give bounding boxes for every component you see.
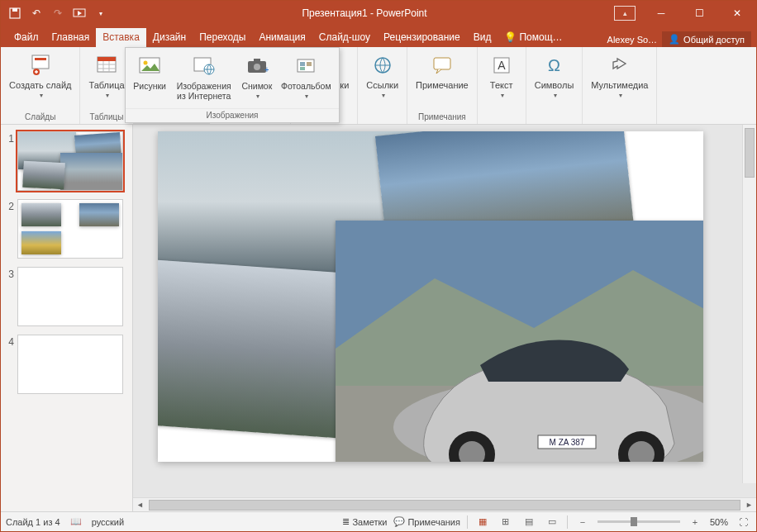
slide-thumbnail-2[interactable] xyxy=(17,199,123,259)
slide-thumbnails: 1 2 3 4 xyxy=(1,125,133,511)
zoom-level[interactable]: 50% xyxy=(710,517,728,527)
comment-button[interactable]: Примечание xyxy=(411,50,474,92)
slide-thumbnail-4[interactable] xyxy=(17,335,123,394)
svg-text:M ZA 387: M ZA 387 xyxy=(550,438,585,447)
slide-thumbnail-3[interactable] xyxy=(17,267,123,326)
pictures-button[interactable]: Рисунки xyxy=(133,53,166,91)
comments-icon: 💬 xyxy=(393,516,405,527)
media-icon xyxy=(607,52,633,78)
slideshow-view-icon[interactable]: ▭ xyxy=(544,515,560,529)
thumb-row[interactable]: 2 xyxy=(6,199,127,259)
spellcheck-icon[interactable]: 📖 xyxy=(70,516,82,527)
separator xyxy=(567,515,568,529)
redo-icon[interactable]: ↷ xyxy=(50,6,65,21)
tabs-right: Alexey So… 👤Общий доступ xyxy=(607,31,756,47)
comments-button[interactable]: 💬Примечания xyxy=(393,516,460,527)
window-title: Презентация1 - PowerPoint xyxy=(115,7,614,19)
thumb-number: 1 xyxy=(6,131,14,191)
svg-rect-8 xyxy=(98,57,116,61)
close-button[interactable]: ✕ xyxy=(718,1,756,26)
svg-point-35 xyxy=(254,64,260,70)
slide-canvas[interactable]: M ZA 387 xyxy=(133,125,756,497)
ribbon-display-icon[interactable]: ▴ xyxy=(614,6,636,21)
tab-home[interactable]: Главная xyxy=(45,28,97,47)
thumb-row[interactable]: 4 xyxy=(6,335,127,394)
minimize-button[interactable]: ─ xyxy=(642,1,680,26)
fit-to-window-icon[interactable]: ⛶ xyxy=(735,515,751,529)
sorter-view-icon[interactable]: ⊞ xyxy=(498,515,514,529)
vertical-scrollbar[interactable] xyxy=(742,125,756,483)
svg-rect-4 xyxy=(32,55,49,69)
links-button[interactable]: Ссылки xyxy=(361,50,403,101)
pictures-icon xyxy=(136,53,163,79)
group-slides: Создать слайд Слайды xyxy=(1,47,80,124)
undo-icon[interactable]: ↶ xyxy=(29,6,44,21)
share-button[interactable]: 👤Общий доступ xyxy=(662,31,751,47)
screenshot-icon: + xyxy=(244,53,270,79)
svg-text:A: A xyxy=(498,59,506,72)
normal-view-icon[interactable]: ▦ xyxy=(474,515,491,529)
save-icon[interactable] xyxy=(7,6,22,21)
svg-rect-40 xyxy=(307,62,312,66)
tab-tell-me[interactable]: 💡Помощ… xyxy=(498,28,569,47)
bulb-icon: 💡 xyxy=(504,31,517,43)
horizontal-scrollbar[interactable]: ◄ ► xyxy=(133,497,756,511)
zoom-slider[interactable] xyxy=(598,520,680,523)
scroll-left-icon[interactable]: ◄ xyxy=(133,498,147,512)
zoom-out-icon[interactable]: − xyxy=(574,515,591,529)
ribbon-tabs: Файл Главная Вставка Дизайн Переходы Ани… xyxy=(1,26,756,47)
dropdown-group-label: Изображения xyxy=(126,108,339,122)
current-slide[interactable]: M ZA 387 xyxy=(158,131,703,462)
app-window: ↶ ↷ ▾ Презентация1 - PowerPoint ▴ ─ ☐ ✕ … xyxy=(0,0,757,532)
tab-insert[interactable]: Вставка xyxy=(96,28,146,47)
thumb-row[interactable]: 3 xyxy=(6,267,127,326)
user-name[interactable]: Alexey So… xyxy=(607,35,658,45)
svg-rect-5 xyxy=(35,58,46,60)
svg-rect-41 xyxy=(300,67,305,70)
scrollbar-thumb[interactable] xyxy=(149,500,740,511)
group-label-slides: Слайды xyxy=(25,111,55,124)
thumb-number: 3 xyxy=(6,267,14,326)
scrollbar-track[interactable] xyxy=(147,498,742,512)
group-text: AТекст xyxy=(478,47,526,124)
zoom-in-icon[interactable]: + xyxy=(687,515,703,529)
thumb-number: 2 xyxy=(6,199,14,259)
notes-button[interactable]: ≣Заметки xyxy=(342,516,387,527)
slide-thumbnail-1[interactable] xyxy=(17,131,123,191)
start-from-beginning-icon[interactable] xyxy=(72,6,87,21)
ribbon: Создать слайд Слайды Таблица Таблицы Изо… xyxy=(1,47,756,125)
online-pictures-icon xyxy=(191,53,217,79)
table-button[interactable]: Таблица xyxy=(83,50,129,101)
tab-file[interactable]: Файл xyxy=(7,28,45,47)
slide-counter[interactable]: Слайд 1 из 4 xyxy=(6,517,60,527)
title-bar: ↶ ↷ ▾ Презентация1 - PowerPoint ▴ ─ ☐ ✕ xyxy=(1,1,756,26)
tab-design[interactable]: Дизайн xyxy=(146,28,193,47)
text-button[interactable]: AТекст xyxy=(481,50,522,101)
photo-album-button[interactable]: Фотоальбом xyxy=(281,53,331,100)
reading-view-icon[interactable]: ▤ xyxy=(521,515,537,529)
scroll-right-icon[interactable]: ► xyxy=(742,498,756,512)
image-car[interactable]: M ZA 387 xyxy=(336,221,703,462)
window-controls: ─ ☐ ✕ xyxy=(642,1,756,26)
tab-review[interactable]: Рецензирование xyxy=(377,28,467,47)
images-dropdown: Рисунки Изображения из Интернета + Снимо… xyxy=(125,47,340,123)
tab-animations[interactable]: Анимация xyxy=(252,28,312,47)
online-pictures-button[interactable]: Изображения из Интернета xyxy=(175,53,233,101)
photo-album-icon xyxy=(293,53,319,79)
media-button[interactable]: Мультимедиа xyxy=(586,50,653,101)
tab-view[interactable]: Вид xyxy=(467,28,498,47)
screenshot-button[interactable]: + Снимок xyxy=(241,53,272,100)
maximize-button[interactable]: ☐ xyxy=(680,1,718,26)
svg-rect-1 xyxy=(12,8,17,12)
symbols-button[interactable]: ΩСимволы xyxy=(530,50,579,101)
qat-more-icon[interactable]: ▾ xyxy=(93,6,108,21)
tab-slideshow[interactable]: Слайд-шоу xyxy=(312,28,377,47)
zoom-slider-thumb[interactable] xyxy=(631,517,637,526)
new-slide-button[interactable]: Создать слайд xyxy=(4,50,76,101)
language-indicator[interactable]: русский xyxy=(92,517,124,527)
thumb-row[interactable]: 1 xyxy=(6,131,127,191)
group-label-tables: Таблицы xyxy=(90,111,124,124)
tab-transitions[interactable]: Переходы xyxy=(193,28,252,47)
separator xyxy=(467,515,468,529)
scrollbar-thumb[interactable] xyxy=(745,128,755,178)
